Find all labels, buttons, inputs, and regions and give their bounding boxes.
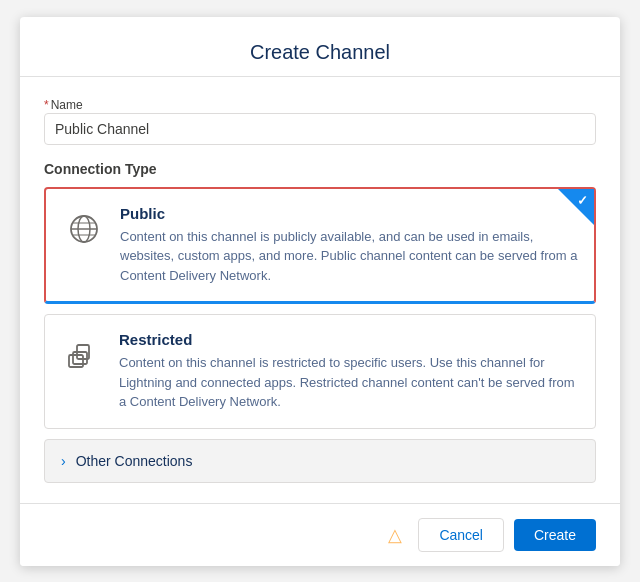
option-public[interactable]: Public Content on this channel is public… xyxy=(44,187,596,305)
modal-footer: △ Cancel Create xyxy=(20,503,620,566)
restrict-icon xyxy=(61,333,105,377)
restricted-option-content: Restricted Content on this channel is re… xyxy=(119,331,579,412)
svg-rect-5 xyxy=(73,352,87,364)
cancel-button[interactable]: Cancel xyxy=(418,518,504,552)
warning-icon: △ xyxy=(388,524,402,546)
name-field-group: *Name xyxy=(44,95,596,161)
modal-header: Create Channel xyxy=(20,17,620,77)
public-option-desc: Content on this channel is publicly avai… xyxy=(120,227,578,286)
option-restricted[interactable]: Restricted Content on this channel is re… xyxy=(44,314,596,429)
other-connections-section[interactable]: › Other Connections xyxy=(44,439,596,483)
restricted-option-desc: Content on this channel is restricted to… xyxy=(119,353,579,412)
public-option-title: Public xyxy=(120,205,578,222)
public-option-content: Public Content on this channel is public… xyxy=(120,205,578,286)
modal-body: *Name Connection Type Pub xyxy=(20,77,620,503)
connection-type-label: Connection Type xyxy=(44,161,596,177)
required-star: * xyxy=(44,98,49,112)
name-label: *Name xyxy=(44,98,83,112)
globe-icon xyxy=(62,207,106,251)
other-connections-label: Other Connections xyxy=(76,453,193,469)
selected-checkmark xyxy=(558,189,594,225)
chevron-right-icon: › xyxy=(61,453,66,469)
svg-rect-7 xyxy=(69,355,83,367)
create-channel-modal: Create Channel *Name Connection Type xyxy=(20,17,620,566)
modal-title: Create Channel xyxy=(44,41,596,64)
connection-options: Public Content on this channel is public… xyxy=(44,187,596,439)
create-button[interactable]: Create xyxy=(514,519,596,551)
restricted-option-title: Restricted xyxy=(119,331,579,348)
name-input[interactable] xyxy=(44,113,596,145)
